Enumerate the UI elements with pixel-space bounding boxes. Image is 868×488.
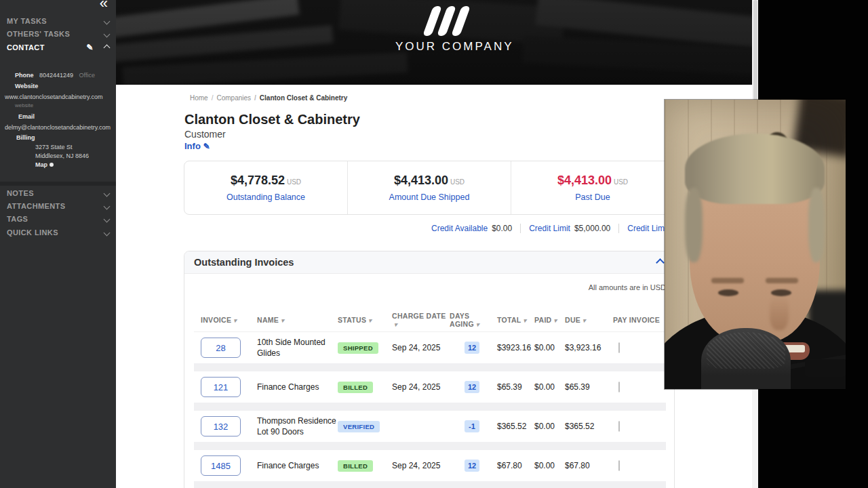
others-tasks-label: OTHERS' TASKS (7, 30, 100, 38)
website-label: Website (15, 83, 38, 89)
breadcrumb-home[interactable]: Home (190, 94, 208, 102)
row-divider (194, 481, 666, 488)
breadcrumb-companies[interactable]: Companies (212, 94, 251, 102)
eye (718, 289, 738, 296)
currency-label: USD (450, 178, 465, 186)
invoice-row: 121 Finance Charges BILLED Sep 24, 2025 … (194, 371, 666, 403)
pay-invoice-input[interactable] (618, 342, 620, 353)
balance-summary-card: $4,778.52USD Outstanding Balance $4,413.… (184, 161, 675, 215)
column-header-paid[interactable]: PAID (533, 316, 564, 324)
column-header-days-aging[interactable]: DAYS AGING (448, 312, 496, 328)
map-link[interactable]: Map (35, 161, 47, 168)
company-logo: YOUR COMPANY (395, 4, 497, 54)
pay-invoice-input[interactable] (618, 382, 620, 392)
row-divider (194, 442, 666, 450)
invoice-number-button[interactable]: 28 (201, 338, 241, 358)
invoice-name: 10th Side Mounted Glides (252, 337, 336, 359)
presenter-hair-side (685, 188, 703, 262)
sidebar-item-tags[interactable]: TAGS (0, 213, 116, 225)
invoice-number-button[interactable]: 121 (201, 377, 241, 397)
website-value[interactable]: www.clantonclosetandcabinetry.com (5, 94, 102, 100)
phone-type: Office (79, 72, 95, 79)
paid-amount: $0.00 (533, 343, 564, 352)
sort-arrow-icon[interactable] (554, 316, 557, 324)
stat-amount-due-shipped: $4,413.00USD Amount Due Shipped (347, 161, 511, 214)
outstanding-balance-link[interactable]: Outstanding Balance (226, 192, 305, 202)
pay-invoice-input[interactable] (618, 421, 620, 432)
column-header-charge-date[interactable]: CHARGE DATE (391, 312, 448, 328)
pay-invoice-input[interactable] (618, 460, 620, 471)
email-value[interactable]: delmy@clantonclosetandcabinetry.com (5, 124, 111, 131)
status-badge: VERIFIED (338, 421, 380, 432)
invoices-table: INVOICE NAME STATUS CHARGE DATE DAYS AGI… (194, 308, 666, 488)
presenter-hair (685, 134, 825, 204)
microphone-grille (707, 332, 785, 369)
chevron-down-icon (104, 216, 111, 222)
stat-past-due: $4,413.00USD Past Due (511, 161, 674, 214)
webcam-overlay (665, 100, 846, 389)
status-badge: BILLED (338, 460, 373, 472)
sidebar: « MY TASKS OTHERS' TASKS CONTACT ✎ Phone… (0, 0, 116, 488)
currency-label: USD (287, 178, 301, 186)
days-aging-badge: 12 (465, 342, 479, 354)
sort-arrow-icon[interactable] (394, 320, 397, 328)
invoice-row: 132 Thompson Residence Lot 90 Doors VERI… (194, 411, 666, 442)
amount-due-shipped-link[interactable]: Amount Due Shipped (389, 192, 470, 202)
collapse-sidebar-icon[interactable]: « (100, 0, 106, 12)
sidebar-item-my-tasks[interactable]: MY TASKS (0, 15, 116, 27)
days-aging-badge: 12 (465, 460, 479, 472)
phone-value: 8042441249 (39, 72, 73, 79)
sidebar-item-others-tasks[interactable]: OTHERS' TASKS (0, 28, 116, 40)
column-header-total[interactable]: TOTAL (496, 316, 533, 324)
sort-arrow-icon[interactable] (233, 316, 237, 324)
column-header-name[interactable]: NAME (252, 316, 336, 324)
notes-label: NOTES (7, 189, 100, 197)
sort-arrow-icon[interactable] (281, 316, 284, 324)
sort-arrow-icon[interactable] (524, 316, 527, 324)
sidebar-item-quick-links[interactable]: QUICK LINKS (0, 226, 116, 239)
contact-label: CONTACT (7, 43, 87, 52)
microphone (701, 328, 791, 389)
website-hint: website (15, 102, 33, 108)
chevron-down-icon (104, 229, 111, 236)
charge-date: Sep 24, 2025 (391, 382, 448, 392)
billing-label: Billing (16, 134, 35, 141)
invoice-number-button[interactable]: 132 (201, 416, 241, 436)
logo-slashes-icon (395, 4, 497, 38)
logo-text: YOUR COMPANY (395, 40, 497, 54)
column-header-status[interactable]: STATUS (336, 316, 391, 324)
main-content: YOUR COMPANY Home Companies Clanton Clos… (116, 0, 752, 488)
days-aging-badge: -1 (465, 420, 479, 432)
sort-arrow-icon[interactable] (476, 320, 479, 328)
outstanding-invoices-card: Outstanding Invoices All amounts are in … (184, 251, 675, 488)
eyebrow (711, 278, 744, 283)
edit-contact-pencil-icon[interactable]: ✎ (87, 43, 94, 52)
invoices-table-header: INVOICE NAME STATUS CHARGE DATE DAYS AGI… (194, 308, 666, 332)
credit-available-value: $0.00 (492, 224, 512, 233)
info-link[interactable]: Info✎ (184, 141, 210, 151)
map-pin-icon (50, 163, 54, 167)
column-header-due[interactable]: DUE (564, 316, 608, 324)
invoice-number-button[interactable]: 1485 (201, 455, 241, 476)
past-due-link[interactable]: Past Due (575, 192, 610, 202)
sidebar-item-notes[interactable]: NOTES (0, 187, 116, 199)
invoice-name: Finance Charges (252, 460, 336, 471)
column-header-invoice[interactable]: INVOICE (194, 316, 252, 324)
paid-amount: $0.00 (533, 382, 564, 392)
collapse-section-chevron-up-icon[interactable] (656, 258, 665, 267)
section-title: Outstanding Invoices (194, 257, 657, 268)
scrollbar-thumb[interactable] (753, 0, 757, 115)
sidebar-item-contact[interactable]: CONTACT ✎ (0, 41, 116, 54)
credit-limit-value: $5,000.00 (574, 224, 610, 233)
total-amount: $3923.16 (496, 343, 533, 352)
sort-arrow-icon[interactable] (368, 316, 372, 324)
sort-arrow-icon[interactable] (583, 316, 586, 324)
credit-limit-label[interactable]: Credit Limit (529, 224, 570, 233)
my-tasks-label: MY TASKS (7, 17, 100, 25)
credit-available-label[interactable]: Credit Available (431, 224, 488, 233)
invoice-name: Thompson Residence Lot 90 Doors (252, 415, 336, 437)
billing-address-line2: Middlesex, NJ 8846 (35, 152, 89, 159)
due-amount: $65.39 (564, 382, 608, 392)
sidebar-item-attachments[interactable]: ATTACHMENTS (0, 200, 116, 212)
charge-date: Sep 24, 2025 (391, 343, 448, 352)
